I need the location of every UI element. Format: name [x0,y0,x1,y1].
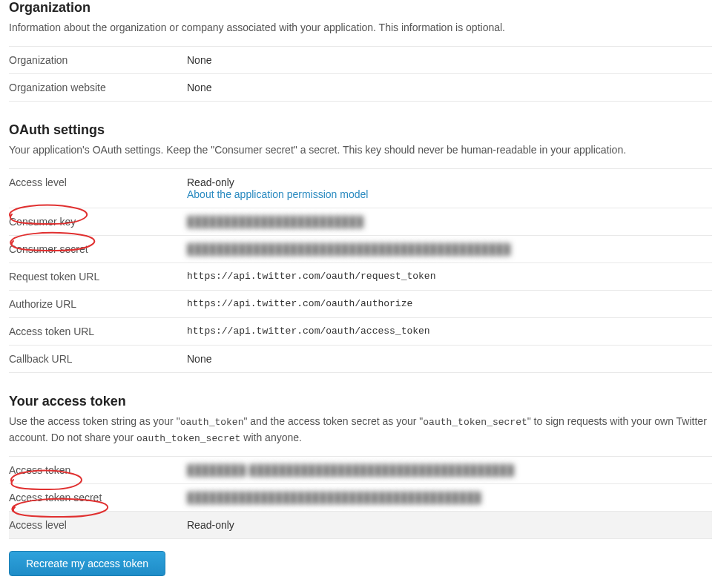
request-token-label: Request token URL [9,263,187,291]
table-row: Consumer secret ████████████████████████… [9,236,712,263]
access-level-value: Read-only About the application permissi… [187,169,712,208]
access-token-description: Use the access token string as your "oau… [9,414,712,446]
consumer-key-label: Consumer key [9,208,187,236]
access-token-secret-label: Access token secret [9,484,187,512]
organization-table: Organization None Organization website N… [9,46,712,102]
recreate-token-button[interactable]: Recreate my access token [9,551,165,576]
table-row: Access token URL https://api.twitter.com… [9,318,712,346]
oauth-heading: OAuth settings [9,122,712,138]
access-token-url-value: https://api.twitter.com/oauth/access_tok… [187,318,712,346]
org-website-label: Organization website [9,74,187,102]
token-access-level-label: Access level [9,512,187,539]
access-token-heading: Your access token [9,394,712,409]
callback-value: None [187,346,712,373]
oauth-section: OAuth settings Your application's OAuth … [9,122,712,373]
table-row: Consumer key ████████████████████████ [9,208,712,236]
table-row: Organization website None [9,74,712,102]
callback-label: Callback URL [9,346,187,373]
table-row: Authorize URL https://api.twitter.com/oa… [9,291,712,318]
access-token-label: Access token [9,457,187,484]
authorize-label: Authorize URL [9,291,187,318]
organization-section: Organization Information about the organ… [9,0,712,102]
access-level-text: Read-only [187,176,234,188]
table-row: Access token ████████-██████████████████… [9,457,712,484]
organization-description: Information about the organization or co… [9,20,712,36]
access-token-secret-value: ████████████████████████████████████████ [187,492,481,503]
consumer-secret-value: ████████████████████████████████████████… [187,243,510,255]
consumer-key-value: ████████████████████████ [187,216,363,228]
table-row: Access level Read-only [9,512,712,539]
access-token-value: ████████-███████████████████████████████… [187,464,514,476]
organization-heading: Organization [9,0,712,16]
org-name-value: None [187,47,712,74]
table-row: Callback URL None [9,346,712,373]
authorize-value: https://api.twitter.com/oauth/authorize [187,291,712,318]
consumer-secret-label: Consumer secret [9,236,187,263]
org-website-value: None [187,74,712,102]
access-token-url-label: Access token URL [9,318,187,346]
org-name-label: Organization [9,47,187,74]
oauth-table: Access level Read-only About the applica… [9,168,712,373]
oauth-description: Your application's OAuth settings. Keep … [9,142,712,158]
table-row: Organization None [9,47,712,74]
access-token-table: Access token ████████-██████████████████… [9,456,712,539]
table-row: Access level Read-only About the applica… [9,169,712,208]
permission-model-link[interactable]: About the application permission model [187,188,368,200]
token-access-level-value: Read-only [187,512,712,539]
access-token-section: Your access token Use the access token s… [9,394,712,576]
access-level-label: Access level [9,169,187,208]
table-row: Access token secret ████████████████████… [9,484,712,512]
request-token-value: https://api.twitter.com/oauth/request_to… [187,263,712,291]
table-row: Request token URL https://api.twitter.co… [9,263,712,291]
